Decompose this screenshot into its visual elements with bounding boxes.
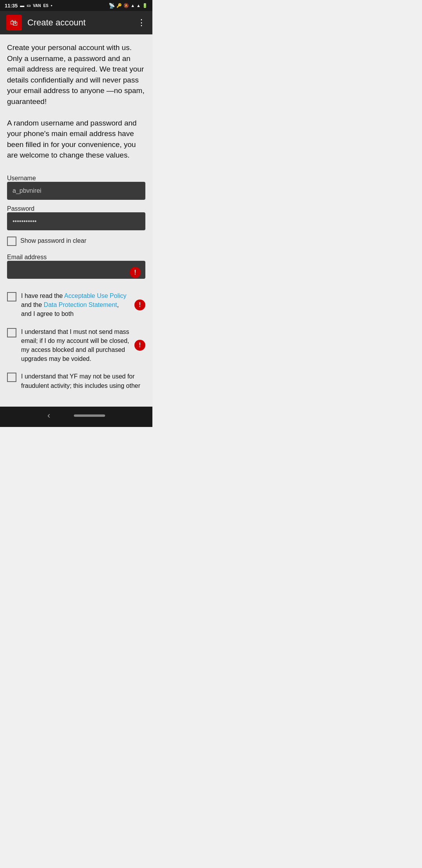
show-password-row: Show password in clear [7,236,145,246]
terms-item-1: I have read the Acceptable Use Policy an… [7,291,145,319]
terms-text-3: I understand that YF may not be used for… [21,372,145,390]
data-protection-link[interactable]: Data Protection Statement [44,301,117,308]
show-password-label: Show password in clear [20,237,86,244]
email-field-group: Email address ! [7,254,145,284]
password-input[interactable] [7,212,145,230]
intro-paragraph-1: Create your personal account with us. On… [7,42,145,107]
status-screen-rect: ▬ [20,3,24,8]
intro-text: Create your personal account with us. On… [7,42,145,161]
overflow-menu-icon[interactable]: ⋮ [137,18,146,28]
cast-icon: 📡 [109,3,115,9]
wifi-icon: ▲ [131,3,135,8]
nav-bar: ‹ [0,407,152,427]
terms-checkbox-3[interactable] [7,373,16,382]
terms-1-error-icon: ! [134,299,145,310]
password-field-group: Password [7,205,145,234]
logo-icon: 🛍 [10,18,18,27]
terms-checkbox-2[interactable] [7,328,16,337]
email-input[interactable] [7,261,145,279]
back-button[interactable]: ‹ [47,411,50,421]
app-logo: 🛍 [6,15,22,30]
status-time: 11:35 [5,3,18,9]
status-van: VAN [33,4,41,8]
status-es: ES [43,4,48,8]
terms-text-1: I have read the Acceptable Use Policy an… [21,291,130,319]
username-label: Username [7,175,36,181]
email-label: Email address [7,254,46,260]
terms-checkbox-1[interactable] [7,292,16,301]
terms-text-2: I understand that I must not send mass e… [21,327,130,364]
vpn-icon: 🔑 [116,3,122,8]
terms-section: I have read the Acceptable Use Policy an… [7,291,145,390]
battery-icon: 🔋 [142,3,148,8]
username-field-group: Username [7,175,145,205]
password-field-wrapper [7,212,145,234]
page-title: Create account [27,18,132,28]
password-label: Password [7,205,34,212]
bell-icon: 🔕 [123,3,129,8]
terms-2-error-icon: ! [134,340,145,351]
app-bar: 🛍 Create account ⋮ [0,11,152,34]
terms-item-2: I understand that I must not send mass e… [7,327,145,364]
terms-item-3: I understand that YF may not be used for… [7,372,145,390]
status-bar: 11:35 ▬ ▭ VAN ES • 📡 🔑 🔕 ▲ ▲ 🔋 [0,0,152,11]
status-rect2: ▭ [27,3,30,8]
username-input[interactable] [7,182,145,200]
acceptable-use-policy-link[interactable]: Acceptable Use Policy [64,292,126,299]
home-indicator[interactable] [74,414,105,417]
content-area: Create your personal account with us. On… [0,34,152,407]
signal-icon: ▲ [136,3,141,8]
intro-paragraph-2: A random username and password and your … [7,118,145,161]
registration-form: Username Password Show password in clear… [7,175,145,390]
email-field-wrapper: ! [7,261,145,284]
status-dot: • [51,3,52,8]
show-password-checkbox[interactable] [7,237,16,246]
